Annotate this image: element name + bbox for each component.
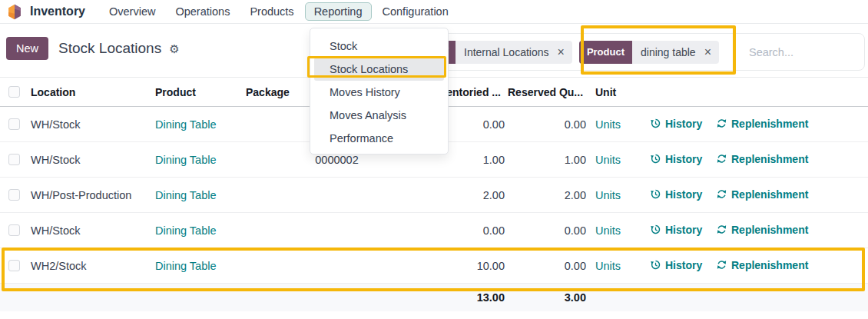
menu-item-stock-locations[interactable]: Stock Locations: [314, 58, 444, 81]
cell-reserved-quantity[interactable]: 0.00: [508, 248, 588, 284]
cell-unit-link[interactable]: Units: [595, 189, 621, 201]
table-footer-row: 13.00 3.00: [0, 284, 868, 311]
history-icon: [651, 224, 661, 234]
history-icon: [651, 189, 661, 199]
replenishment-label: Replenishment: [731, 224, 808, 236]
replenishment-label: Replenishment: [731, 259, 808, 271]
cell-inventoried-quantity[interactable]: 0.00: [431, 213, 508, 248]
search-input[interactable]: Search...: [749, 46, 793, 58]
filter-facet-product: Product dining table ×: [579, 41, 719, 64]
menu-item-moves-history[interactable]: Moves History: [314, 81, 444, 104]
history-button[interactable]: History: [651, 224, 702, 236]
cell-reserved-quantity[interactable]: 1.00: [508, 142, 588, 178]
table-row[interactable]: WH/Stock Dining Table 0.00 0.00 Units Hi…: [0, 213, 868, 248]
history-button[interactable]: History: [651, 188, 702, 201]
cell-product-link[interactable]: Dining Table: [155, 154, 217, 166]
refresh-icon: [717, 224, 727, 234]
cell-unit-link[interactable]: Units: [595, 260, 621, 272]
facet-field-label: Product: [579, 41, 632, 64]
top-navbar: Inventory Overview Operations Products R…: [0, 0, 868, 24]
table-row[interactable]: WH/Post-Production Dining Table 2.00 2.0…: [0, 178, 868, 213]
menu-item-moves-analysis[interactable]: Moves Analysis: [314, 104, 444, 127]
cell-unit-link[interactable]: Units: [595, 118, 621, 131]
replenishment-button[interactable]: Replenishment: [717, 224, 808, 236]
footer-total-reserved: 3.00: [508, 284, 588, 311]
filter-facet-internal-locations: Internal Locations ×: [435, 41, 572, 64]
menu-operations[interactable]: Operations: [166, 2, 239, 21]
gear-icon[interactable]: ⚙: [169, 43, 179, 55]
footer-total-inventoried: 13.00: [431, 284, 508, 311]
cell-location[interactable]: WH/Post-Production: [28, 178, 151, 213]
menu-item-performance[interactable]: Performance: [314, 127, 444, 150]
cell-location[interactable]: WH/Stock: [28, 142, 151, 178]
column-header-location[interactable]: Location: [28, 78, 151, 107]
close-icon[interactable]: ×: [555, 41, 572, 64]
replenishment-button[interactable]: Replenishment: [717, 188, 808, 201]
cell-location[interactable]: WH/Stock: [28, 107, 151, 142]
history-label: History: [665, 188, 702, 201]
row-checkbox[interactable]: [8, 154, 20, 165]
page-title: Stock Locations: [58, 40, 161, 57]
replenishment-label: Replenishment: [731, 153, 808, 165]
select-all-checkbox[interactable]: [8, 86, 20, 98]
refresh-icon: [717, 154, 727, 164]
app-window: Inventory Overview Operations Products R…: [0, 0, 868, 319]
close-icon[interactable]: ×: [702, 41, 719, 64]
cell-product-link[interactable]: Dining Table: [155, 118, 217, 131]
cell-reserved-quantity[interactable]: 0.00: [508, 213, 588, 248]
history-label: History: [665, 224, 702, 236]
column-header-product[interactable]: Product: [151, 78, 243, 107]
menu-overview[interactable]: Overview: [100, 2, 164, 21]
refresh-icon: [717, 260, 727, 270]
cell-package[interactable]: [243, 178, 431, 213]
cell-product-link[interactable]: Dining Table: [155, 189, 217, 201]
control-panel: New Stock Locations ⚙: [6, 37, 180, 60]
new-button[interactable]: New: [6, 37, 48, 60]
replenishment-label: Replenishment: [731, 118, 808, 130]
table-row-highlighted[interactable]: WH2/Stock Dining Table 10.00 0.00 Units …: [0, 248, 868, 284]
column-header-reserved-quantity[interactable]: Reserved Qu...: [508, 78, 588, 107]
history-icon: [651, 154, 661, 164]
cell-reserved-quantity[interactable]: 2.00: [508, 178, 588, 213]
row-checkbox[interactable]: [8, 260, 20, 271]
menu-configuration[interactable]: Configuration: [373, 2, 458, 21]
replenishment-button[interactable]: Replenishment: [717, 153, 808, 165]
replenishment-button[interactable]: Replenishment: [717, 259, 808, 271]
history-label: History: [665, 118, 702, 130]
cell-inventoried-quantity[interactable]: 10.00: [431, 248, 508, 284]
app-name: Inventory: [30, 5, 85, 18]
search-bar[interactable]: Internal Locations × Product dining tabl…: [432, 33, 865, 71]
menu-products[interactable]: Products: [240, 2, 303, 21]
facet-value: Internal Locations: [456, 41, 555, 64]
cell-location[interactable]: WH/Stock: [28, 213, 151, 248]
row-checkbox[interactable]: [8, 224, 20, 236]
refresh-icon: [717, 118, 727, 128]
cell-product-link[interactable]: Dining Table: [155, 224, 217, 237]
cell-inventoried-quantity[interactable]: 2.00: [431, 178, 508, 213]
replenishment-button[interactable]: Replenishment: [717, 118, 808, 130]
history-label: History: [665, 259, 702, 271]
replenishment-label: Replenishment: [731, 188, 808, 201]
row-checkbox[interactable]: [8, 189, 20, 201]
history-icon: [651, 260, 661, 270]
refresh-icon: [717, 189, 727, 199]
reporting-dropdown-menu: Stock Stock Locations Moves History Move…: [310, 28, 449, 155]
cell-reserved-quantity[interactable]: 0.00: [508, 107, 588, 142]
inventory-app-icon[interactable]: [7, 4, 22, 20]
cell-product-link[interactable]: Dining Table: [155, 260, 217, 272]
row-checkbox[interactable]: [8, 118, 20, 130]
cell-unit-link[interactable]: Units: [595, 224, 621, 237]
column-header-unit[interactable]: Unit: [588, 78, 638, 107]
cell-location[interactable]: WH2/Stock: [28, 248, 151, 284]
history-icon: [651, 118, 661, 128]
facet-value: dining table: [632, 41, 702, 64]
cell-unit-link[interactable]: Units: [595, 154, 621, 166]
history-button[interactable]: History: [651, 118, 702, 130]
history-button[interactable]: History: [651, 153, 702, 165]
cell-package[interactable]: [243, 248, 431, 284]
history-button[interactable]: History: [651, 259, 702, 271]
cell-package[interactable]: [243, 213, 431, 248]
menu-reporting[interactable]: Reporting: [305, 2, 372, 21]
menu-item-stock[interactable]: Stock: [314, 35, 444, 58]
history-label: History: [665, 153, 702, 165]
